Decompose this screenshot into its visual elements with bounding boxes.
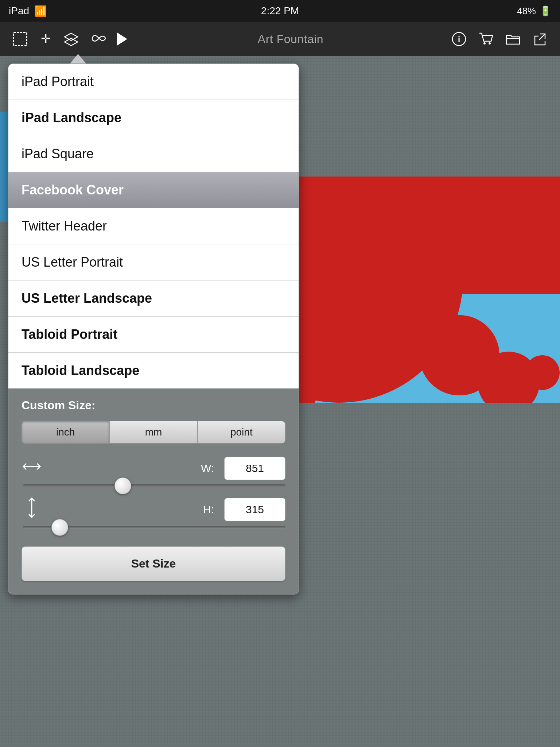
layers-icon[interactable] [58, 26, 84, 52]
menu-item-ipad-portrait[interactable]: iPad Portrait [8, 64, 299, 100]
height-row: H: [22, 498, 285, 522]
svg-marker-4 [117, 32, 127, 46]
unit-inch-button[interactable]: inch [22, 421, 109, 444]
custom-size-section: Custom Size: inch mm point W: [8, 388, 299, 594]
move-tool-icon[interactable]: ✛ [33, 26, 58, 52]
menu-item-twitter-header[interactable]: Twitter Header [8, 208, 299, 244]
width-slider-track[interactable] [23, 484, 285, 487]
menu-item-us-letter-portrait[interactable]: US Letter Portrait [8, 244, 299, 280]
width-input[interactable] [224, 457, 285, 480]
device-label: iPad [9, 5, 29, 17]
select-tool-icon[interactable] [7, 26, 33, 52]
cart-icon[interactable] [473, 26, 499, 52]
width-label: W: [201, 462, 214, 475]
unit-point-button[interactable]: point [198, 421, 285, 444]
info-icon[interactable]: i [446, 26, 472, 52]
time-display: 2:22 PM [261, 5, 299, 16]
menu-item-facebook-cover[interactable]: Facebook Cover [8, 172, 299, 208]
width-slider-thumb[interactable] [114, 477, 131, 494]
svg-marker-2 [65, 33, 78, 40]
menu-item-ipad-landscape[interactable]: iPad Landscape [8, 100, 299, 136]
width-icon [22, 459, 42, 477]
height-icon [22, 498, 42, 522]
svg-rect-0 [13, 32, 27, 46]
unit-button-group: inch mm point [22, 421, 285, 444]
dropdown-arrow [70, 54, 86, 63]
menu-item-tabloid-landscape[interactable]: Tabloid Landscape [8, 353, 299, 388]
menu-item-ipad-square[interactable]: iPad Square [8, 136, 299, 172]
play-icon[interactable] [109, 26, 135, 52]
app-title: Art Fountain [135, 32, 446, 46]
menu-item-tabloid-portrait[interactable]: Tabloid Portrait [8, 317, 299, 353]
height-slider-track[interactable] [23, 526, 285, 529]
svg-point-8 [489, 42, 491, 44]
menu-list: iPad Portrait iPad Landscape iPad Square… [8, 64, 299, 388]
height-label: H: [203, 503, 214, 516]
set-size-button[interactable]: Set Size [22, 546, 285, 581]
menu-item-us-letter-landscape[interactable]: US Letter Landscape [8, 280, 299, 317]
height-slider-thumb[interactable] [51, 519, 68, 536]
folder-icon[interactable] [500, 26, 526, 52]
height-input[interactable] [224, 498, 285, 521]
infinity-icon[interactable] [84, 26, 109, 52]
status-bar: iPad 📶 2:22 PM 48% 🔋 [0, 0, 560, 22]
svg-marker-3 [65, 38, 78, 46]
wifi-icon: 📶 [34, 5, 47, 17]
width-row: W: [22, 457, 285, 480]
toolbar: ✛ Art Fountain i [0, 22, 560, 56]
dropdown-panel: iPad Portrait iPad Landscape iPad Square… [8, 63, 299, 595]
svg-text:i: i [458, 35, 460, 44]
svg-text:✛: ✛ [41, 32, 51, 45]
height-slider-row [22, 526, 285, 529]
share-icon[interactable] [527, 26, 553, 52]
battery-label: 48% [517, 5, 536, 17]
battery-icon: 🔋 [540, 5, 551, 17]
unit-mm-button[interactable]: mm [109, 421, 197, 444]
width-slider-row [22, 484, 285, 487]
svg-point-7 [483, 42, 486, 44]
svg-line-10 [539, 34, 545, 40]
custom-size-title: Custom Size: [22, 399, 285, 412]
